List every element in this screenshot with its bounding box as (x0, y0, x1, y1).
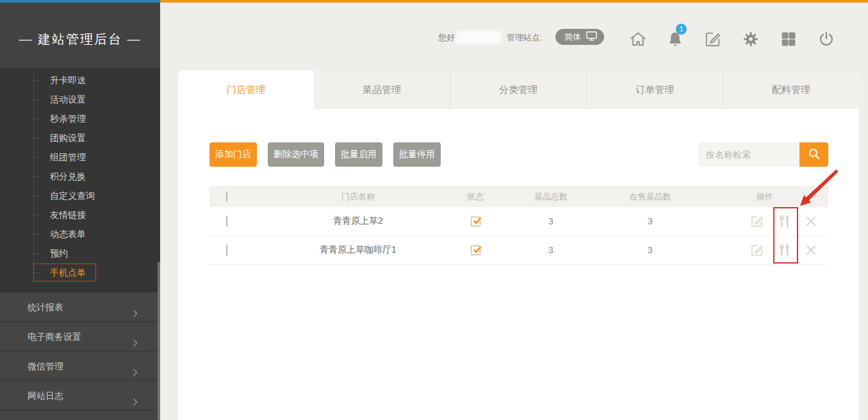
sidebar-item-points-exchange[interactable]: 积分兑换 (0, 167, 160, 186)
greeting-text: 您好 (438, 32, 455, 44)
sidebar-item-reservation[interactable]: 预约 (0, 244, 160, 263)
edit-icon[interactable] (750, 243, 764, 257)
tab-dish-management[interactable]: 菜品管理 (314, 71, 450, 109)
content-panel: 门店管理 菜品管理 分类管理 订单管理 配料管理 添加门店 删除选中项 批量启用… (178, 71, 859, 420)
search-bar (698, 142, 828, 167)
chevron-right-icon (129, 301, 141, 313)
batch-disable-button[interactable]: 批量停用 (393, 142, 441, 167)
sidebar-item-upgrade-card-gift[interactable]: 升卡即送 (0, 71, 160, 90)
search-button[interactable] (799, 142, 828, 167)
apps-grid-icon[interactable] (780, 30, 798, 48)
sidebar-section-site-logs[interactable]: 网站日志 (0, 380, 160, 410)
power-icon[interactable] (817, 30, 835, 48)
status-checkbox-checked[interactable] (471, 246, 480, 255)
sidebar-item-group-buy[interactable]: 团购设置 (0, 128, 160, 147)
search-icon (807, 146, 822, 164)
fork-knife-icon[interactable] (777, 243, 791, 257)
header-dish-total: 菜品总数 (503, 191, 599, 203)
search-input[interactable] (698, 142, 799, 167)
chevron-right-icon (129, 331, 141, 342)
edit-icon[interactable] (704, 30, 722, 48)
monitor-icon (585, 30, 598, 44)
row-checkbox[interactable] (226, 244, 227, 256)
sidebar-section-statistics[interactable]: 统计报表 (0, 292, 160, 321)
batch-enable-button[interactable]: 批量启用 (335, 142, 382, 167)
sidebar: — 建站管理后台 — 升卡即送 活动设置 秒杀管理 团购设置 组团管理 积分兑换… (0, 3, 160, 420)
sidebar-sections: 统计报表 电子商务设置 微信管理 网站日志 (0, 292, 160, 420)
row-checkbox[interactable] (226, 215, 227, 227)
tab-store-management[interactable]: 门店管理 (178, 71, 314, 109)
sidebar-item-mobile-ordering[interactable]: 手机点单 (0, 263, 160, 282)
sidebar-item-friend-links[interactable]: 友情链接 (0, 205, 160, 224)
tab-bar: 门店管理 菜品管理 分类管理 订单管理 配料管理 (178, 71, 859, 109)
dish-total: 3 (503, 245, 599, 255)
sidebar-item-dynamic-forms[interactable]: 动态表单 (0, 224, 160, 244)
header-store-name: 门店名称 (268, 191, 448, 203)
admin-screen: — 建站管理后台 — 升卡即送 活动设置 秒杀管理 团购设置 组团管理 积分兑换… (0, 0, 868, 420)
chevron-right-icon (129, 360, 141, 372)
store-name: 青青原上草2 (268, 215, 448, 227)
notification-badge: 1 (676, 24, 687, 35)
table-row: 青青原上草2 3 3 (209, 207, 828, 236)
sidebar-item-flash-sale[interactable]: 秒杀管理 (0, 109, 160, 128)
on-sale-count: 3 (599, 245, 701, 255)
chevron-right-icon (129, 390, 141, 401)
red-highlight-box-sidebar (33, 264, 96, 281)
sidebar-header: — 建站管理后台 — (0, 3, 160, 68)
sidebar-item-activity-settings[interactable]: 活动设置 (0, 90, 160, 109)
tab-category-management[interactable]: 分类管理 (450, 71, 586, 109)
header-actions: 操作 (701, 191, 828, 203)
gear-icon[interactable] (742, 30, 760, 48)
dish-total: 3 (503, 216, 599, 226)
on-sale-count: 3 (599, 216, 701, 226)
header-on-sale-count: 在售菜品数 (599, 191, 701, 203)
tab-ingredient-management[interactable]: 配料管理 (723, 71, 859, 109)
add-store-button[interactable]: 添加门店 (209, 142, 257, 167)
app-title: — 建站管理后台 — (0, 31, 160, 48)
table-header-row: 门店名称 状态 菜品总数 在售菜品数 操作 (209, 186, 828, 207)
sidebar-submenu: 升卡即送 活动设置 秒杀管理 团购设置 组团管理 积分兑换 自定义查询 友情链接… (0, 68, 160, 292)
sidebar-item-group-manage[interactable]: 组团管理 (0, 147, 160, 167)
edit-icon[interactable] (750, 214, 764, 228)
sidebar-section-partial (0, 410, 160, 420)
sidebar-section-wechat[interactable]: 微信管理 (0, 351, 160, 380)
sidebar-section-ecommerce[interactable]: 电子商务设置 (0, 321, 160, 351)
select-all-checkbox[interactable] (226, 191, 227, 202)
status-checkbox-checked[interactable] (471, 217, 480, 226)
home-icon[interactable] (629, 30, 647, 48)
delete-icon[interactable] (804, 214, 818, 228)
language-pill-button[interactable]: 简体 (555, 29, 604, 45)
store-name: 青青原上草咖啡厅1 (268, 244, 448, 256)
header-status: 状态 (448, 191, 503, 203)
main-area: 您好 管理站点: 简体 1 门店管理 菜品管理 (160, 3, 868, 420)
fork-knife-icon[interactable] (777, 214, 791, 228)
managed-site-label: 管理站点: (507, 32, 543, 44)
sidebar-item-custom-query[interactable]: 自定义查询 (0, 186, 160, 205)
toolbar: 添加门店 删除选中项 批量启用 批量停用 (209, 142, 441, 167)
table-row: 青青原上草咖啡厅1 3 3 (209, 236, 828, 265)
delete-icon[interactable] (804, 243, 818, 257)
tab-order-management[interactable]: 订单管理 (586, 71, 723, 109)
delete-selected-button[interactable]: 删除选中项 (268, 142, 324, 167)
redacted-username (456, 31, 501, 44)
store-table: 门店名称 状态 菜品总数 在售菜品数 操作 青青原上草2 3 3 (209, 186, 828, 265)
